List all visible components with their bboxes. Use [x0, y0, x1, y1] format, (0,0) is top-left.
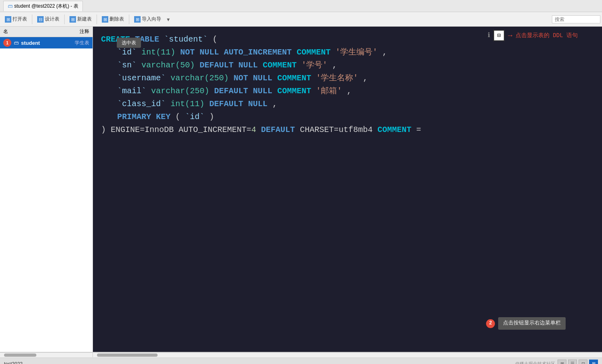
sql-line-username: `username` varchar(250) NOT NULL COMMENT…	[101, 72, 594, 85]
toolbar: ⊞ 打开表 ⊟ 设计表 ⊞ 新建表 ⊞ 删除表 ⊞ 导入向导 ▾	[0, 12, 602, 27]
import-wizard-button[interactable]: ⊞ 导入向导	[131, 15, 164, 24]
import-wizard-icon: ⊞	[134, 16, 141, 23]
bottom-icon-btn-4[interactable]: ⊞	[589, 360, 598, 364]
delete-table-icon: ⊞	[102, 16, 108, 23]
sql-line-sn: `sn` varchar(50) DEFAULT NULL COMMENT '学…	[101, 59, 594, 72]
sql-code-block: CREATE TABLE `student` ( `id` int(11) NO…	[101, 33, 594, 136]
sql-line-class-id: `class_id` int(11) DEFAULT NULL ,	[101, 98, 594, 111]
ddl-label: 点击显示表的 DDL 语句	[516, 31, 578, 40]
sidebar-col-name: 名	[3, 28, 46, 35]
ddl-annotation: ℹ ⊟ → 点击显示表的 DDL 语句	[488, 30, 578, 42]
title-tab[interactable]: 🗃 student @test2022 (本机) - 表	[3, 1, 83, 11]
toolbar-search	[552, 15, 600, 23]
code-area: ℹ ⊟ → 点击显示表的 DDL 语句 CREATE TABLE `studen…	[93, 27, 602, 352]
sidebar-item-label: student	[21, 40, 40, 46]
step-badge-1: 1	[3, 39, 11, 47]
delete-table-button[interactable]: ⊞ 删除表	[99, 15, 127, 24]
bottom-right-area: @稀土掘金技术社区 ⊞ ☰ ⊡ ⊞	[515, 358, 598, 364]
sql-line-id: `id` int(11) NOT NULL AUTO_INCREMENT COM…	[101, 46, 594, 59]
open-table-icon: ⊞	[5, 16, 11, 23]
design-table-icon: ⊟	[37, 16, 44, 23]
table-icon: 🗃	[14, 40, 19, 46]
open-table-button[interactable]: ⊞ 打开表	[2, 15, 30, 24]
tab-table-icon: 🗃	[8, 3, 13, 9]
step-badge-2: 2	[486, 319, 495, 328]
bottom-icon-btn-2[interactable]: ☰	[568, 360, 577, 364]
tbl-name: `student`	[164, 35, 208, 44]
left-scrollbar[interactable]	[0, 352, 93, 357]
bottom-bar: test2022 @稀土掘金技术社区 ⊞ ☰ ⊡ ⊞	[0, 358, 602, 364]
sql-line-primary-key: PRIMARY KEY ( `id` )	[101, 111, 594, 123]
toolbar-more-button[interactable]: ▾	[165, 15, 171, 23]
sidebar-item-student[interactable]: 1 🗃 student 学生表 选中表	[0, 37, 93, 49]
title-bar: 🗃 student @test2022 (本机) - 表	[0, 0, 602, 12]
sql-line-engine: ) ENGINE=InnoDB AUTO_INCREMENT=4 DEFAULT…	[101, 123, 594, 136]
design-table-button[interactable]: ⊟ 设计表	[34, 15, 63, 24]
right-scrollbar-thumb[interactable]	[97, 354, 158, 357]
sidebar-item-comment: 学生表	[75, 40, 89, 46]
toolbar-separator-3	[97, 15, 97, 24]
watermark: @稀土掘金技术社区	[515, 361, 555, 364]
database-label: test2022	[4, 361, 23, 364]
sidebar-col-comment: 注释	[46, 28, 90, 35]
right-scrollbar[interactable]	[93, 352, 602, 357]
toolbar-separator-2	[64, 15, 65, 24]
new-table-icon: ⊞	[69, 16, 76, 23]
sidebar: 名 注释 1 🗃 student 学生表 选中表	[0, 27, 93, 352]
bottom-icon-btn-3[interactable]: ⊡	[579, 360, 587, 364]
main-layout: 名 注释 1 🗃 student 学生表 选中表 ℹ ⊟ → 点击显示表的 DD…	[0, 27, 602, 352]
ddl-arrow: →	[508, 30, 512, 42]
sql-line-mail: `mail` varchar(250) DEFAULT NULL COMMENT…	[101, 85, 594, 98]
search-input[interactable]	[552, 15, 600, 23]
ddl-icon-button[interactable]: ⊟	[493, 30, 505, 41]
toolbar-separator-4	[129, 15, 129, 24]
info-icon[interactable]: ℹ	[488, 31, 490, 41]
toolbar-separator-1	[32, 15, 32, 24]
bottom-icon-btn-1[interactable]: ⊞	[558, 360, 566, 364]
annotation-2-label: 点击按钮显示右边菜单栏	[498, 317, 566, 330]
scrollbar-row	[0, 352, 602, 358]
annotation-2: 2 点击按钮显示右边菜单栏	[486, 317, 566, 330]
sidebar-header: 名 注释	[0, 27, 93, 37]
tab-label: student @test2022 (本机) - 表	[14, 3, 78, 10]
bottom-icons: ⊞ ☰ ⊡ ⊞	[558, 360, 598, 364]
select-table-button[interactable]: 选中表	[117, 38, 141, 48]
left-scrollbar-thumb[interactable]	[4, 354, 36, 357]
new-table-button[interactable]: ⊞ 新建表	[66, 15, 95, 24]
